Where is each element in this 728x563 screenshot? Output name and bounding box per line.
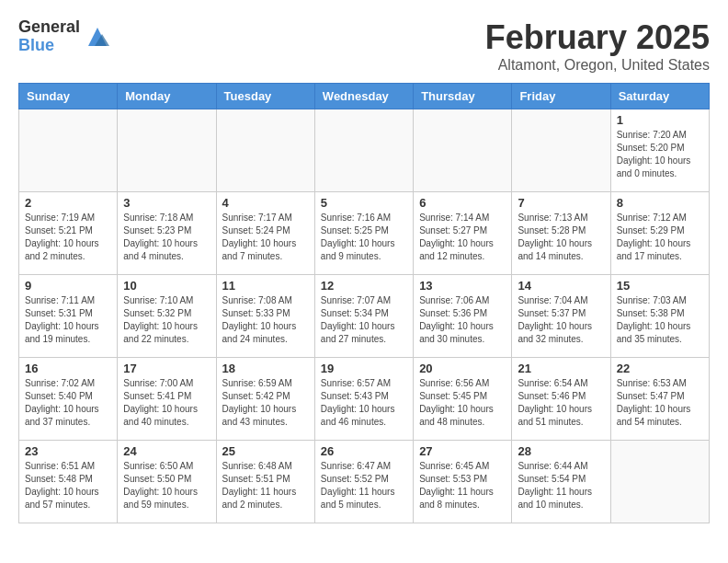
day-number: 11 <box>222 279 309 293</box>
calendar-cell: 17Sunrise: 7:00 AM Sunset: 5:41 PM Dayli… <box>118 358 216 441</box>
calendar-cell <box>314 109 413 192</box>
day-info: Sunrise: 7:00 AM Sunset: 5:41 PM Dayligh… <box>123 377 210 429</box>
day-info: Sunrise: 6:59 AM Sunset: 5:42 PM Dayligh… <box>222 377 309 429</box>
calendar-cell <box>512 109 610 192</box>
calendar-cell <box>19 109 118 192</box>
day-info: Sunrise: 7:20 AM Sunset: 5:20 PM Dayligh… <box>617 129 703 180</box>
day-number: 21 <box>518 362 604 375</box>
day-number: 20 <box>419 362 506 375</box>
calendar-cell: 21Sunrise: 6:54 AM Sunset: 5:46 PM Dayli… <box>512 358 610 441</box>
day-number: 17 <box>123 362 210 375</box>
day-info: Sunrise: 7:12 AM Sunset: 5:29 PM Dayligh… <box>617 212 703 263</box>
calendar-cell: 1Sunrise: 7:20 AM Sunset: 5:20 PM Daylig… <box>610 109 709 192</box>
day-info: Sunrise: 6:44 AM Sunset: 5:54 PM Dayligh… <box>518 460 604 511</box>
calendar-cell: 16Sunrise: 7:02 AM Sunset: 5:40 PM Dayli… <box>19 358 118 441</box>
day-info: Sunrise: 7:08 AM Sunset: 5:33 PM Dayligh… <box>222 294 309 346</box>
calendar-week-row: 16Sunrise: 7:02 AM Sunset: 5:40 PM Dayli… <box>19 358 710 441</box>
weekday-header-thursday: Thursday <box>414 84 512 109</box>
day-info: Sunrise: 7:02 AM Sunset: 5:40 PM Dayligh… <box>25 377 111 429</box>
day-number: 2 <box>25 196 111 210</box>
calendar-cell: 24Sunrise: 6:50 AM Sunset: 5:50 PM Dayli… <box>118 441 216 523</box>
day-number: 13 <box>419 279 506 293</box>
calendar-cell <box>118 109 216 192</box>
calendar-week-row: 9Sunrise: 7:11 AM Sunset: 5:31 PM Daylig… <box>19 275 710 358</box>
title-area: February 2025 Altamont, Oregon, United S… <box>485 18 710 74</box>
day-number: 4 <box>222 196 309 210</box>
calendar-cell: 6Sunrise: 7:14 AM Sunset: 5:27 PM Daylig… <box>414 192 512 275</box>
day-info: Sunrise: 6:48 AM Sunset: 5:51 PM Dayligh… <box>222 460 309 511</box>
day-info: Sunrise: 7:14 AM Sunset: 5:27 PM Dayligh… <box>419 212 506 263</box>
calendar-cell: 11Sunrise: 7:08 AM Sunset: 5:33 PM Dayli… <box>216 275 314 358</box>
calendar-cell: 18Sunrise: 6:59 AM Sunset: 5:42 PM Dayli… <box>216 358 314 441</box>
day-info: Sunrise: 7:11 AM Sunset: 5:31 PM Dayligh… <box>25 294 111 346</box>
day-number: 12 <box>321 279 407 293</box>
calendar-cell: 4Sunrise: 7:17 AM Sunset: 5:24 PM Daylig… <box>216 192 314 275</box>
day-info: Sunrise: 7:19 AM Sunset: 5:21 PM Dayligh… <box>25 212 111 263</box>
weekday-header-friday: Friday <box>512 84 610 109</box>
calendar-cell: 3Sunrise: 7:18 AM Sunset: 5:23 PM Daylig… <box>118 192 216 275</box>
day-info: Sunrise: 6:56 AM Sunset: 5:45 PM Dayligh… <box>419 377 506 429</box>
day-info: Sunrise: 7:16 AM Sunset: 5:25 PM Dayligh… <box>321 212 407 263</box>
logo-general-text: General <box>18 18 80 37</box>
calendar-cell: 10Sunrise: 7:10 AM Sunset: 5:32 PM Dayli… <box>118 275 216 358</box>
day-info: Sunrise: 6:50 AM Sunset: 5:50 PM Dayligh… <box>123 460 210 511</box>
day-number: 8 <box>617 196 703 210</box>
day-number: 27 <box>419 444 506 458</box>
logo-blue-text: Blue <box>18 37 80 55</box>
calendar-cell <box>610 441 709 523</box>
calendar-cell: 26Sunrise: 6:47 AM Sunset: 5:52 PM Dayli… <box>314 441 413 523</box>
day-number: 7 <box>518 196 604 210</box>
page-header: General Blue February 2025 Altamont, Ore… <box>18 18 710 74</box>
day-number: 14 <box>518 279 604 293</box>
day-info: Sunrise: 6:54 AM Sunset: 5:46 PM Dayligh… <box>518 377 604 429</box>
calendar-cell: 19Sunrise: 6:57 AM Sunset: 5:43 PM Dayli… <box>314 358 413 441</box>
calendar-cell: 15Sunrise: 7:03 AM Sunset: 5:38 PM Dayli… <box>610 275 709 358</box>
calendar-cell: 14Sunrise: 7:04 AM Sunset: 5:37 PM Dayli… <box>512 275 610 358</box>
calendar-week-row: 1Sunrise: 7:20 AM Sunset: 5:20 PM Daylig… <box>19 109 710 192</box>
weekday-header-wednesday: Wednesday <box>314 84 413 109</box>
day-info: Sunrise: 7:03 AM Sunset: 5:38 PM Dayligh… <box>617 294 703 346</box>
day-number: 9 <box>25 279 111 293</box>
calendar-cell: 8Sunrise: 7:12 AM Sunset: 5:29 PM Daylig… <box>610 192 709 275</box>
calendar-cell <box>414 109 512 192</box>
day-info: Sunrise: 7:10 AM Sunset: 5:32 PM Dayligh… <box>123 294 210 346</box>
calendar-cell: 28Sunrise: 6:44 AM Sunset: 5:54 PM Dayli… <box>512 441 610 523</box>
day-info: Sunrise: 6:57 AM Sunset: 5:43 PM Dayligh… <box>321 377 407 429</box>
day-number: 6 <box>419 196 506 210</box>
location-subtitle: Altamont, Oregon, United States <box>485 57 710 74</box>
day-number: 18 <box>222 362 309 375</box>
day-info: Sunrise: 6:45 AM Sunset: 5:53 PM Dayligh… <box>419 460 506 511</box>
day-number: 23 <box>25 444 111 458</box>
day-number: 16 <box>25 362 111 375</box>
day-info: Sunrise: 7:07 AM Sunset: 5:34 PM Dayligh… <box>321 294 407 346</box>
calendar-table: SundayMondayTuesdayWednesdayThursdayFrid… <box>18 83 710 523</box>
calendar-cell: 7Sunrise: 7:13 AM Sunset: 5:28 PM Daylig… <box>512 192 610 275</box>
day-info: Sunrise: 7:13 AM Sunset: 5:28 PM Dayligh… <box>518 212 604 263</box>
month-title: February 2025 <box>485 18 710 57</box>
calendar-cell: 22Sunrise: 6:53 AM Sunset: 5:47 PM Dayli… <box>610 358 709 441</box>
calendar-cell: 9Sunrise: 7:11 AM Sunset: 5:31 PM Daylig… <box>19 275 118 358</box>
calendar-week-row: 2Sunrise: 7:19 AM Sunset: 5:21 PM Daylig… <box>19 192 710 275</box>
calendar-cell: 13Sunrise: 7:06 AM Sunset: 5:36 PM Dayli… <box>414 275 512 358</box>
calendar-cell: 12Sunrise: 7:07 AM Sunset: 5:34 PM Dayli… <box>314 275 413 358</box>
calendar-week-row: 23Sunrise: 6:51 AM Sunset: 5:48 PM Dayli… <box>19 441 710 523</box>
weekday-header-tuesday: Tuesday <box>216 84 314 109</box>
weekday-header-row: SundayMondayTuesdayWednesdayThursdayFrid… <box>19 84 710 109</box>
day-info: Sunrise: 6:51 AM Sunset: 5:48 PM Dayligh… <box>25 460 111 511</box>
day-number: 26 <box>321 444 407 458</box>
calendar-cell <box>216 109 314 192</box>
day-number: 1 <box>617 113 703 127</box>
weekday-header-sunday: Sunday <box>19 84 118 109</box>
day-number: 5 <box>321 196 407 210</box>
calendar-cell: 20Sunrise: 6:56 AM Sunset: 5:45 PM Dayli… <box>414 358 512 441</box>
day-number: 10 <box>123 279 210 293</box>
day-info: Sunrise: 6:53 AM Sunset: 5:47 PM Dayligh… <box>617 377 703 429</box>
day-number: 3 <box>123 196 210 210</box>
calendar-cell: 27Sunrise: 6:45 AM Sunset: 5:53 PM Dayli… <box>414 441 512 523</box>
calendar-cell: 2Sunrise: 7:19 AM Sunset: 5:21 PM Daylig… <box>19 192 118 275</box>
day-info: Sunrise: 7:06 AM Sunset: 5:36 PM Dayligh… <box>419 294 506 346</box>
day-number: 22 <box>617 362 703 375</box>
day-info: Sunrise: 7:17 AM Sunset: 5:24 PM Dayligh… <box>222 212 309 263</box>
calendar-cell: 5Sunrise: 7:16 AM Sunset: 5:25 PM Daylig… <box>314 192 413 275</box>
day-number: 25 <box>222 444 309 458</box>
